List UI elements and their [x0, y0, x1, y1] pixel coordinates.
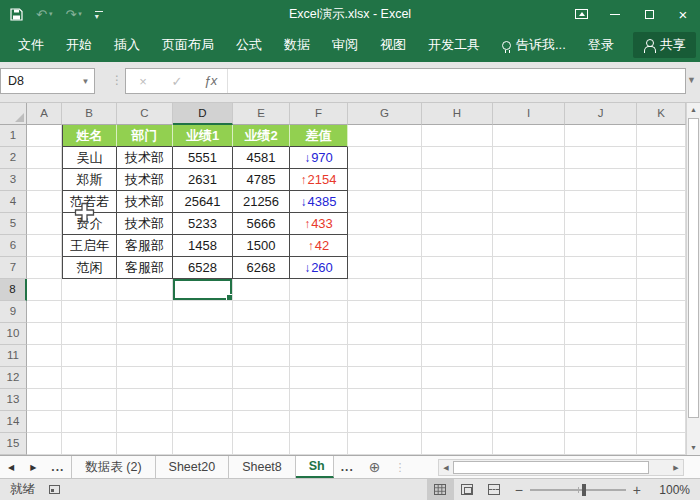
cell-G3[interactable]	[348, 169, 422, 191]
column-header-E[interactable]: E	[233, 103, 290, 125]
row-header-8[interactable]: 8	[0, 279, 27, 301]
ribbon-tab-告诉我[interactable]: 告诉我...	[491, 28, 577, 62]
cell-D9[interactable]	[173, 301, 233, 323]
cell-E3[interactable]: 4785	[233, 169, 290, 191]
cell-H9[interactable]	[422, 301, 493, 323]
sheet-tab-Sh[interactable]: Sh	[296, 456, 334, 478]
zoom-slider[interactable]	[530, 489, 626, 491]
enter-check-icon[interactable]: ✓	[160, 74, 194, 89]
cell-H5[interactable]	[422, 213, 493, 235]
cell-F2[interactable]: ↓970	[290, 147, 348, 169]
cell-H15[interactable]	[422, 433, 493, 455]
cell-A8[interactable]	[27, 279, 62, 301]
horizontal-scrollbar[interactable]: ◀ ▶	[438, 459, 684, 476]
normal-view-button[interactable]	[427, 479, 454, 500]
cell-I9[interactable]	[493, 301, 565, 323]
horizontal-scrollbar-thumb[interactable]	[453, 461, 649, 474]
cell-E12[interactable]	[233, 367, 290, 389]
cell-E14[interactable]	[233, 411, 290, 433]
cell-J12[interactable]	[565, 367, 637, 389]
cell-G7[interactable]	[348, 257, 422, 279]
cell-C13[interactable]	[117, 389, 173, 411]
save-icon[interactable]	[10, 8, 23, 21]
cell-I2[interactable]	[493, 147, 565, 169]
cell-F4[interactable]: ↓4385	[290, 191, 348, 213]
cell-E7[interactable]: 6268	[233, 257, 290, 279]
cell-A10[interactable]	[27, 323, 62, 345]
cell-K14[interactable]	[637, 411, 686, 433]
close-button[interactable]: ×	[666, 0, 700, 28]
cell-B13[interactable]	[62, 389, 117, 411]
undo-dropdown-icon[interactable]: ▾	[49, 10, 53, 18]
cell-G15[interactable]	[348, 433, 422, 455]
column-header-G[interactable]: G	[348, 103, 422, 125]
cell-G13[interactable]	[348, 389, 422, 411]
cell-K6[interactable]	[637, 235, 686, 257]
cell-J8[interactable]	[565, 279, 637, 301]
cell-F8[interactable]	[290, 279, 348, 301]
ribbon-tab-视图[interactable]: 视图	[369, 28, 417, 62]
cell-B11[interactable]	[62, 345, 117, 367]
column-header-I[interactable]: I	[493, 103, 565, 125]
cell-D12[interactable]	[173, 367, 233, 389]
cell-A4[interactable]	[27, 191, 62, 213]
cell-C4[interactable]: 技术部	[117, 191, 173, 213]
cell-G12[interactable]	[348, 367, 422, 389]
cell-B3[interactable]: 郑斯	[62, 169, 117, 191]
select-all-corner[interactable]	[0, 103, 27, 125]
cell-G6[interactable]	[348, 235, 422, 257]
column-header-A[interactable]: A	[27, 103, 62, 125]
redo-dropdown-icon[interactable]: ▾	[78, 10, 82, 18]
row-header-2[interactable]: 2	[0, 147, 27, 169]
undo-icon[interactable]: ↶	[36, 8, 47, 21]
sheet-overflow-right[interactable]: ...	[334, 460, 361, 474]
column-header-J[interactable]: J	[565, 103, 637, 125]
cell-H14[interactable]	[422, 411, 493, 433]
column-header-K[interactable]: K	[637, 103, 686, 125]
ribbon-display-options-button[interactable]	[564, 0, 598, 28]
cell-E9[interactable]	[233, 301, 290, 323]
ribbon-tab-审阅[interactable]: 审阅	[321, 28, 369, 62]
cell-B2[interactable]: 吴山	[62, 147, 117, 169]
vertical-scrollbar-thumb[interactable]	[688, 118, 699, 418]
column-header-C[interactable]: C	[117, 103, 173, 125]
row-header-3[interactable]: 3	[0, 169, 27, 191]
cell-D3[interactable]: 2631	[173, 169, 233, 191]
cell-E2[interactable]: 4581	[233, 147, 290, 169]
cell-K1[interactable]	[637, 125, 686, 147]
cancel-icon[interactable]: ×	[126, 74, 160, 89]
cell-F10[interactable]	[290, 323, 348, 345]
row-header-13[interactable]: 13	[0, 389, 27, 411]
sheet-tab-Sheet20[interactable]: Sheet20	[156, 456, 230, 478]
cell-I15[interactable]	[493, 433, 565, 455]
cell-G8[interactable]	[348, 279, 422, 301]
cell-I10[interactable]	[493, 323, 565, 345]
ribbon-tab-开始[interactable]: 开始	[55, 28, 103, 62]
cell-A6[interactable]	[27, 235, 62, 257]
sheet-tab-Sheet8[interactable]: Sheet8	[229, 456, 296, 478]
cell-C14[interactable]	[117, 411, 173, 433]
cell-I12[interactable]	[493, 367, 565, 389]
cell-E11[interactable]	[233, 345, 290, 367]
name-box[interactable]: D8 ▼	[0, 68, 95, 94]
cell-A14[interactable]	[27, 411, 62, 433]
scroll-right-icon[interactable]: ▶	[669, 464, 683, 472]
cell-D15[interactable]	[173, 433, 233, 455]
cell-J1[interactable]	[565, 125, 637, 147]
cell-D6[interactable]: 1458	[173, 235, 233, 257]
insert-function-icon[interactable]: ƒx	[194, 69, 228, 93]
row-header-4[interactable]: 4	[0, 191, 27, 213]
cell-C11[interactable]	[117, 345, 173, 367]
ribbon-tab-插入[interactable]: 插入	[103, 28, 151, 62]
cell-H4[interactable]	[422, 191, 493, 213]
cell-H6[interactable]	[422, 235, 493, 257]
maximize-button[interactable]	[632, 0, 666, 28]
cell-A12[interactable]	[27, 367, 62, 389]
cell-F1[interactable]: 差值	[290, 125, 348, 147]
cell-C3[interactable]: 技术部	[117, 169, 173, 191]
cell-D14[interactable]	[173, 411, 233, 433]
cell-A2[interactable]	[27, 147, 62, 169]
cell-B6[interactable]: 王启年	[62, 235, 117, 257]
ribbon-tab-开发工具[interactable]: 开发工具	[417, 28, 491, 62]
cell-A3[interactable]	[27, 169, 62, 191]
